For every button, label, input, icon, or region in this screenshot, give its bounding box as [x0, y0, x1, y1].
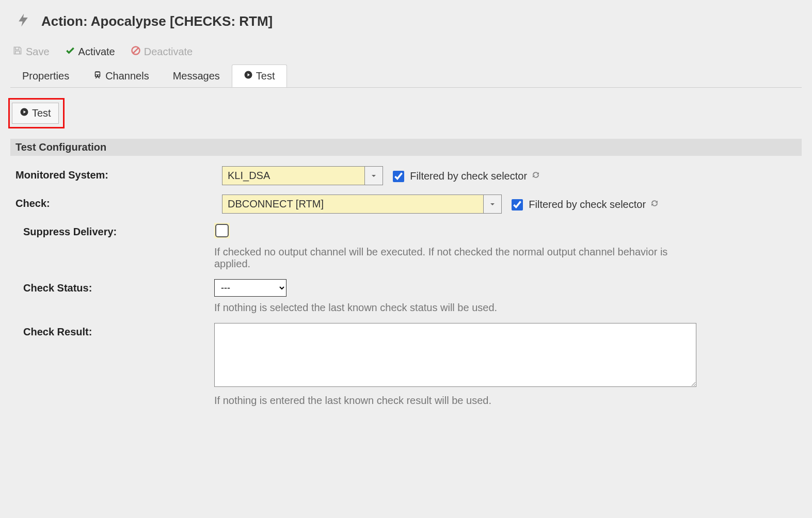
bolt-icon — [15, 10, 31, 33]
suppress-checkbox[interactable] — [215, 224, 229, 237]
svg-point-4 — [98, 75, 99, 76]
refresh-icon[interactable] — [650, 199, 659, 211]
svg-rect-5 — [95, 73, 100, 75]
refresh-icon[interactable] — [531, 170, 540, 182]
tab-channels-label: Channels — [105, 70, 149, 82]
row-suppress: Suppress Delivery: If checked no output … — [15, 223, 797, 270]
page-title: Action: Apocalypse [CHECKS: RTM] — [41, 13, 273, 29]
check-icon — [65, 45, 75, 58]
suppress-label: Suppress Delivery: — [15, 223, 230, 238]
play-circle-icon — [20, 107, 29, 119]
check-filter-checkbox[interactable] — [512, 199, 523, 211]
test-button-label: Test — [32, 107, 51, 119]
play-circle-icon — [244, 70, 253, 82]
row-monitored-system: Monitored System: KLI_DSA Filtered by ch… — [15, 166, 797, 185]
check-result-textarea[interactable] — [214, 323, 696, 387]
monitored-system-value: KLI_DSA — [222, 167, 364, 185]
activate-button[interactable]: Activate — [65, 45, 115, 58]
section-header: Test Configuration — [10, 139, 802, 156]
activate-label: Activate — [78, 46, 115, 58]
tab-channels[interactable]: Channels — [81, 64, 161, 87]
tab-messages-label: Messages — [173, 70, 220, 82]
check-dropdown[interactable]: DBCONNECT [RTM] — [222, 195, 502, 214]
tab-test[interactable]: Test — [232, 64, 287, 87]
deactivate-label: Deactivate — [144, 46, 193, 58]
page-header: Action: Apocalypse [CHECKS: RTM] — [15, 10, 802, 33]
row-check-status: Check Status: --- If nothing is selected… — [15, 279, 797, 314]
monitored-system-filter-label: Filtered by check selector — [410, 170, 527, 182]
check-status-label: Check Status: — [15, 279, 230, 294]
monitored-system-dropdown[interactable]: KLI_DSA — [222, 166, 383, 185]
tab-properties-label: Properties — [22, 70, 69, 82]
check-value: DBCONNECT [RTM] — [222, 195, 483, 213]
deactivate-button[interactable]: Deactivate — [131, 45, 193, 58]
tab-messages[interactable]: Messages — [161, 64, 232, 87]
row-check: Check: DBCONNECT [RTM] Filtered by check… — [15, 195, 797, 214]
save-label: Save — [26, 46, 50, 58]
monitored-system-label: Monitored System: — [15, 166, 222, 181]
save-button[interactable]: Save — [12, 45, 50, 58]
subway-icon — [93, 70, 102, 82]
svg-line-1 — [133, 48, 138, 53]
tab-bar: Properties Channels Messages Test — [10, 64, 802, 88]
check-status-help: If nothing is selected the last known ch… — [214, 302, 679, 314]
prohibit-icon — [131, 45, 141, 58]
test-button[interactable]: Test — [12, 103, 59, 124]
test-button-highlight: Test — [8, 98, 65, 128]
check-filter-label: Filtered by check selector — [529, 199, 646, 211]
row-check-result: Check Result: If nothing is entered the … — [15, 323, 797, 407]
suppress-help: If checked no output channel will be exe… — [214, 246, 679, 270]
chevron-down-icon[interactable] — [483, 195, 501, 213]
check-label: Check: — [15, 195, 222, 209]
test-panel: Test Test Configuration Monitored System… — [10, 88, 802, 407]
check-result-help: If nothing is entered the last known che… — [214, 395, 679, 407]
save-icon — [12, 45, 23, 58]
action-toolbar: Save Activate Deactivate — [12, 45, 802, 58]
check-result-label: Check Result: — [15, 323, 230, 338]
chevron-down-icon[interactable] — [364, 167, 383, 185]
svg-point-3 — [96, 75, 97, 76]
tab-properties[interactable]: Properties — [10, 64, 81, 87]
check-status-select[interactable]: --- — [214, 279, 286, 297]
monitored-system-filter-checkbox[interactable] — [393, 171, 404, 182]
tab-test-label: Test — [256, 70, 275, 82]
